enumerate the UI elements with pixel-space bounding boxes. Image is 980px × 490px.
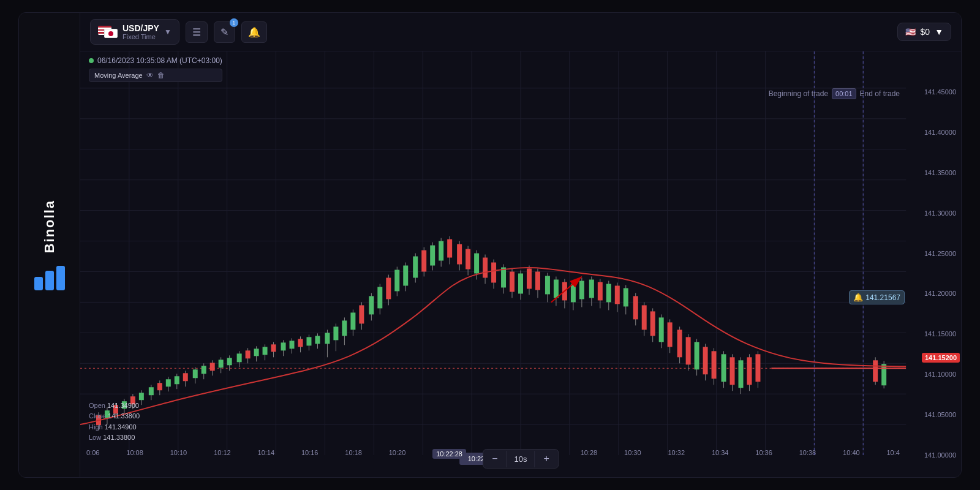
svg-rect-157 <box>633 296 638 319</box>
svg-rect-61 <box>210 363 215 371</box>
svg-rect-185 <box>755 354 760 382</box>
svg-rect-47 <box>149 387 154 395</box>
svg-rect-103 <box>394 270 399 291</box>
ohlc-close: Close 141.33800 <box>89 411 140 422</box>
svg-rect-1 <box>45 271 54 290</box>
alert-button[interactable]: 🔔 <box>241 21 267 43</box>
time-0-06: 0:06 <box>86 449 99 459</box>
time-10-30: 10:30 <box>624 449 641 459</box>
svg-rect-149 <box>598 282 603 300</box>
svg-rect-153 <box>615 285 620 304</box>
svg-rect-143 <box>571 284 576 302</box>
zoom-out-button[interactable]: − <box>483 450 506 468</box>
time-10-36: 10:36 <box>755 449 772 459</box>
balance-button[interactable]: 🇺🇸 $0 ▼ <box>897 23 951 41</box>
draw-button[interactable]: ✎ 1 <box>214 21 235 43</box>
pair-selector[interactable]: USD/JPY Fixed Time ▼ <box>90 19 179 45</box>
alarm-icon[interactable]: 🔔 <box>853 293 863 302</box>
price-141.10: 141.10000 <box>906 371 956 378</box>
svg-rect-175 <box>712 351 717 379</box>
svg-rect-105 <box>403 266 408 286</box>
time-10-18: 10:18 <box>345 449 362 459</box>
logo-icon <box>34 266 65 290</box>
ohlc-open-value: 141.34900 <box>107 402 139 409</box>
time-10-08: 10:08 <box>126 449 143 459</box>
price-141.45: 141.45000 <box>906 88 956 96</box>
svg-rect-145 <box>579 281 584 299</box>
indicator-label: Moving Average <box>94 72 143 79</box>
price-141.15: 141.15000 <box>906 330 956 337</box>
delete-icon[interactable]: 🗑 <box>157 71 165 80</box>
svg-rect-45 <box>139 393 144 400</box>
zoom-level: 10s <box>507 451 535 467</box>
flag-jp <box>104 29 118 38</box>
ohlc-close-value: 141.33800 <box>108 412 140 420</box>
time-10-32: 10:32 <box>668 449 685 459</box>
svg-rect-129 <box>510 271 514 292</box>
chart-type-button[interactable]: ☰ <box>186 21 208 43</box>
svg-rect-87 <box>325 333 330 344</box>
chart-container: 06/16/2023 10:35:08 AM (UTC+03:00) Movin… <box>80 51 961 477</box>
live-indicator <box>89 58 94 63</box>
svg-rect-181 <box>739 360 744 388</box>
svg-rect-161 <box>650 311 655 336</box>
time-10-38: 10:38 <box>799 449 816 459</box>
svg-rect-165 <box>668 322 673 347</box>
red-price-label: 141.15200 <box>922 352 960 363</box>
svg-rect-125 <box>491 263 496 283</box>
svg-rect-2 <box>56 266 65 290</box>
draw-icon: ✎ <box>221 26 228 38</box>
svg-rect-75 <box>271 344 276 352</box>
price-141.35: 141.35000 <box>906 169 956 176</box>
svg-rect-171 <box>695 342 699 369</box>
indicator-badge: Moving Average 👁 🗑 <box>89 69 222 82</box>
pair-type: Fixed Time <box>123 33 159 40</box>
pair-info: USD/JPY Fixed Time <box>123 23 159 40</box>
svg-rect-163 <box>659 317 664 342</box>
svg-rect-63 <box>219 360 224 368</box>
svg-rect-91 <box>342 320 347 336</box>
svg-rect-169 <box>686 337 691 364</box>
time-10-4: 10:4 <box>887 449 900 459</box>
balance-value: $0 <box>921 27 930 37</box>
svg-rect-57 <box>193 369 198 378</box>
ohlc-low-label: Low <box>89 434 101 441</box>
svg-rect-49 <box>157 383 162 390</box>
svg-rect-113 <box>439 241 443 261</box>
svg-rect-81 <box>298 339 303 347</box>
pair-name: USD/JPY <box>123 23 159 33</box>
zoom-in-button[interactable]: + <box>535 450 557 468</box>
svg-rect-117 <box>457 244 462 265</box>
svg-rect-151 <box>606 284 611 302</box>
toolbar: USD/JPY Fixed Time ▼ ☰ ✎ 1 🔔 🇺🇸 $0 ▼ <box>80 13 961 51</box>
svg-rect-133 <box>527 269 532 289</box>
svg-rect-127 <box>501 268 506 288</box>
svg-rect-101 <box>386 277 391 299</box>
svg-rect-179 <box>730 357 735 385</box>
svg-rect-115 <box>447 239 452 258</box>
svg-rect-123 <box>483 258 488 278</box>
svg-rect-177 <box>722 354 726 382</box>
balance-chevron-icon: ▼ <box>935 27 943 37</box>
ohlc-high: High 141.34900 <box>89 422 140 433</box>
svg-rect-137 <box>545 276 550 294</box>
svg-rect-77 <box>281 342 286 350</box>
sidebar: Binolla <box>19 13 80 477</box>
price-axis: 141.45000 141.40000 141.35000 141.30000 … <box>906 51 961 477</box>
ohlc-high-value: 141.34900 <box>105 423 137 431</box>
time-10-34: 10:34 <box>712 449 729 459</box>
svg-rect-73 <box>263 347 268 355</box>
chart-type-icon: ☰ <box>192 26 201 38</box>
svg-rect-183 <box>747 357 752 385</box>
datetime-badge: 06/16/2023 10:35:08 AM (UTC+03:00) <box>89 56 222 65</box>
svg-rect-97 <box>369 296 374 314</box>
svg-rect-71 <box>254 349 259 356</box>
svg-rect-53 <box>175 376 179 384</box>
svg-rect-55 <box>183 373 188 381</box>
ohlc-high-label: High <box>89 423 103 431</box>
svg-rect-189 <box>881 364 886 385</box>
trade-end-label: End of trade <box>860 89 900 98</box>
svg-rect-119 <box>466 249 470 270</box>
chevron-down-icon: ▼ <box>164 28 172 36</box>
eye-icon[interactable]: 👁 <box>146 71 154 80</box>
